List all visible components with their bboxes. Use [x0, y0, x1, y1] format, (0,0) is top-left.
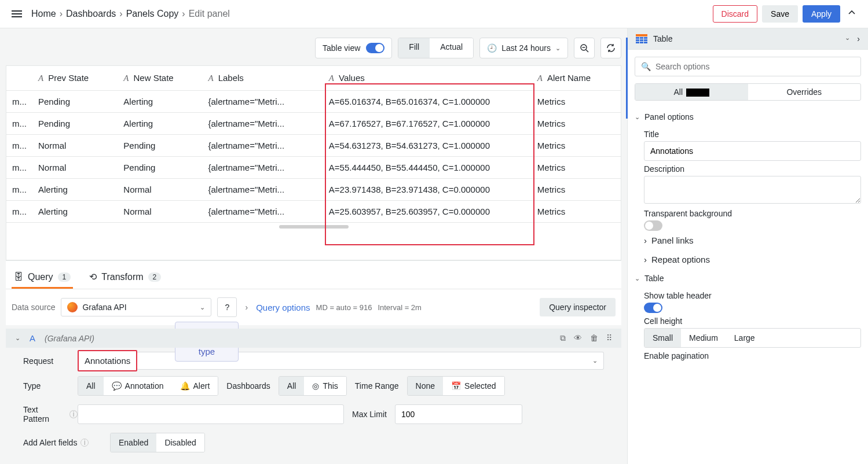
alertfields-group: Enabled Disabled — [110, 433, 205, 452]
description-input[interactable] — [644, 176, 861, 204]
copy-icon[interactable]: ⧉ — [560, 333, 566, 343]
datasource-select[interactable]: Grafana API ⌄ — [61, 298, 211, 316]
refresh-button[interactable] — [600, 38, 621, 58]
range-selected[interactable]: 📅Selected — [443, 377, 504, 395]
viz-picker[interactable]: Table ⌄ › — [628, 28, 868, 50]
dash-this[interactable]: ◎This — [304, 377, 346, 395]
panel-links-section[interactable]: ›Panel links — [635, 231, 861, 250]
svg-rect-9 — [644, 39, 647, 41]
timerange-label: Time Range — [347, 381, 407, 391]
search-options-input[interactable]: 🔍 Search options — [635, 57, 861, 76]
top-bar: Home› Dashboards› Panels Copy› Edit pane… — [0, 0, 868, 28]
apply-button[interactable]: Apply — [803, 5, 840, 23]
alertfields-disabled[interactable]: Disabled — [156, 433, 204, 452]
clock-icon: 🕘 — [487, 43, 497, 53]
query-inspector-button[interactable]: Query inspector — [540, 298, 616, 316]
title-input[interactable] — [644, 141, 861, 161]
textpattern-input[interactable] — [78, 404, 344, 424]
svg-rect-5 — [640, 37, 643, 39]
left-pane: Table view Fill Actual 🕘 Last 24 hours ⌄… — [0, 28, 627, 464]
panel-preview: APrev State ANew State ALabels AValues A… — [6, 65, 621, 260]
show-header-toggle[interactable] — [644, 303, 662, 313]
query-ds-label: (Grafana API) — [45, 334, 94, 343]
options-pane: Table ⌄ › 🔍 Search options All Overrides… — [627, 28, 868, 464]
table-viz-icon — [636, 34, 647, 43]
type-annotation[interactable]: 💬Annotation — [104, 377, 172, 395]
breadcrumb-panel[interactable]: Panels Copy — [126, 9, 179, 19]
show-header-label: Show table header — [635, 288, 861, 303]
collapse-icon[interactable] — [845, 6, 859, 23]
horizontal-scrollbar[interactable] — [279, 225, 349, 229]
query-count-badge: 1 — [58, 272, 71, 282]
request-value-highlight: Annotations — [78, 350, 137, 371]
table-view-toggle[interactable] — [366, 43, 384, 53]
panel-toolbar: Table view Fill Actual 🕘 Last 24 hours ⌄ — [6, 34, 621, 65]
col-prev-state[interactable]: APrev State — [32, 66, 118, 91]
fill-segment[interactable]: Fill — [398, 38, 430, 58]
chevron-down-icon[interactable]: ⌄ — [845, 34, 850, 43]
col-labels[interactable]: ALabels — [202, 66, 323, 91]
transparent-toggle[interactable] — [644, 220, 662, 231]
type-label: Type — [23, 377, 78, 395]
breadcrumb-home[interactable]: Home — [31, 9, 56, 19]
datasource-help-button[interactable]: ? — [217, 297, 237, 317]
table-row[interactable]: m...PendingAlerting{alertname="Metri...A… — [6, 113, 621, 135]
maxlimit-input[interactable] — [395, 404, 522, 424]
chevron-down-icon: ⌄ — [555, 45, 561, 52]
cell-small[interactable]: Small — [644, 329, 681, 347]
dash-all[interactable]: All — [279, 377, 305, 395]
range-group: None 📅Selected — [407, 376, 505, 396]
overrides-tab[interactable]: Overrides — [748, 84, 861, 100]
enable-pagination-label: Enable pagination — [635, 348, 861, 363]
repeat-options-section[interactable]: ›Repeat options — [635, 250, 861, 269]
info-icon[interactable]: i — [80, 439, 89, 447]
col-values[interactable]: AValues — [323, 66, 532, 91]
table-row[interactable]: m...AlertingNormal{alertname="Metri...A=… — [6, 179, 621, 201]
breadcrumb-dashboards[interactable]: Dashboards — [66, 9, 116, 19]
trash-icon[interactable]: 🗑 — [590, 333, 598, 343]
breadcrumb-current: Edit panel — [189, 9, 230, 19]
query-collapse-icon[interactable]: ⌄ — [15, 334, 20, 342]
dashboards-label: Dashboards — [218, 381, 279, 391]
time-range-picker[interactable]: 🕘 Last 24 hours ⌄ — [479, 38, 568, 58]
type-alert[interactable]: 🔔Alert — [172, 377, 218, 395]
chevron-right-icon[interactable]: › — [857, 34, 860, 43]
tab-query[interactable]: 🗄 Query 1 — [12, 267, 73, 289]
all-tab[interactable]: All — [635, 84, 748, 100]
table-section[interactable]: ⌄Table — [635, 269, 861, 288]
eye-icon[interactable]: 👁 — [574, 333, 582, 343]
database-icon: 🗄 — [14, 272, 23, 282]
table-row[interactable]: m...PendingAlerting{alertname="Metri...A… — [6, 91, 621, 113]
table-row[interactable]: m...AlertingNormal{alertname="Metri...A=… — [6, 201, 621, 223]
svg-rect-4 — [636, 37, 639, 39]
type-all[interactable]: All — [78, 377, 104, 395]
table-row[interactable]: m...NormalPending{alertname="Metri...A=5… — [6, 135, 621, 157]
actual-segment[interactable]: Actual — [430, 38, 473, 58]
drag-icon[interactable]: ⠿ — [606, 333, 612, 343]
query-ref-id[interactable]: A — [30, 333, 35, 343]
save-button[interactable]: Save — [762, 5, 798, 23]
range-none[interactable]: None — [408, 377, 443, 395]
transform-count-badge: 2 — [148, 272, 162, 282]
query-options-link[interactable]: Query options — [256, 303, 310, 312]
alertfields-enabled[interactable]: Enabled — [111, 433, 156, 452]
alertfields-row: Add Alert fieldsi Enabled Disabled — [6, 430, 621, 455]
hamburger-icon[interactable] — [9, 8, 24, 20]
table-row[interactable]: m...NormalPending{alertname="Metri...A=5… — [6, 157, 621, 179]
viz-name: Table — [653, 34, 672, 43]
cell-large[interactable]: Large — [726, 329, 763, 347]
tab-transform[interactable]: ⟲ Transform 2 — [87, 267, 163, 289]
chevron-right-icon: › — [243, 303, 250, 312]
alertfields-label: Add Alert fieldsi — [23, 433, 110, 452]
transparent-label: Transparent background — [635, 205, 861, 220]
description-label: Description — [635, 161, 861, 176]
discard-button[interactable]: Discard — [713, 5, 757, 23]
info-icon[interactable]: i — [69, 410, 78, 418]
editor-tabs: 🗄 Query 1 ⟲ Transform 2 — [6, 260, 621, 289]
svg-rect-11 — [640, 42, 643, 43]
cell-medium[interactable]: Medium — [681, 329, 726, 347]
panel-options-section[interactable]: ⌄Panel options — [635, 108, 861, 126]
col-new-state[interactable]: ANew State — [118, 66, 202, 91]
zoom-out-button[interactable] — [574, 38, 595, 58]
col-alert-name[interactable]: AAlert Name — [532, 66, 621, 91]
